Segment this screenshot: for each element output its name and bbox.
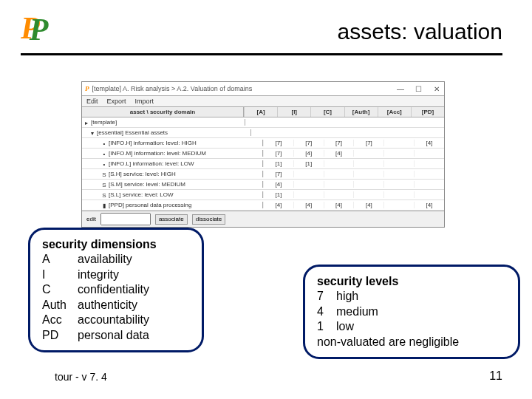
value-input[interactable] xyxy=(100,213,151,225)
cell xyxy=(414,160,444,167)
cell xyxy=(324,181,354,188)
dimensions-heading: security dimensions xyxy=(42,238,157,250)
row-label: [S.H] service: level: HIGH xyxy=(109,171,176,177)
row-label: [INFO.H] information: level: HIGH xyxy=(109,140,197,146)
levels-heading: security levels xyxy=(317,275,398,287)
tree-header: asset \ security domain xyxy=(82,107,244,117)
cell xyxy=(383,191,414,198)
edit-label: edit xyxy=(86,216,96,222)
cell xyxy=(414,191,444,198)
column-header-row: asset \ security domain [A] [I] [C] [Aut… xyxy=(82,107,444,117)
title-rule xyxy=(21,53,502,55)
cell xyxy=(383,160,414,167)
level-key: 1 xyxy=(317,319,333,334)
menu-export[interactable]: Export xyxy=(107,98,126,105)
dimensions-box: security dimensions AavailabilityIintegr… xyxy=(28,228,204,352)
dim-val: integrity xyxy=(78,267,190,282)
col-i: [I] xyxy=(277,107,310,117)
cell: [7] xyxy=(353,140,383,146)
branch-icon: ▾ xyxy=(89,130,95,136)
leaf-icon: • xyxy=(101,151,107,157)
close-icon[interactable]: ✕ xyxy=(432,85,441,93)
level-val: medium xyxy=(336,304,506,319)
cell xyxy=(353,150,383,157)
cell xyxy=(383,150,414,157)
dim-key: A xyxy=(42,252,75,267)
cell xyxy=(383,202,414,208)
row-label: [INFO.L] information: level: LOW xyxy=(109,160,194,167)
minimize-icon[interactable]: — xyxy=(396,85,405,93)
cell xyxy=(293,171,324,177)
cell xyxy=(324,191,354,198)
table-row[interactable]: •[INFO.L] information: level: LOW[1][1] xyxy=(82,159,444,169)
S-icon: S xyxy=(101,182,107,188)
footer-left: tour - v 7. 4 xyxy=(55,371,107,383)
cell: [4] xyxy=(293,150,324,157)
dim-key: C xyxy=(42,282,75,297)
leaf-icon: • xyxy=(101,140,107,146)
cell: [4] xyxy=(414,202,444,208)
row-label: [S.L] service: level: LOW xyxy=(109,191,174,198)
associate-button[interactable]: associate xyxy=(155,214,188,225)
page-number: 11 xyxy=(489,369,502,383)
dim-key: PD xyxy=(42,328,75,343)
table-row[interactable]: ▸[template] xyxy=(82,117,444,128)
dim-val: availability xyxy=(78,252,190,267)
cell: [7] xyxy=(263,171,293,177)
level-key: 7 xyxy=(317,289,333,304)
cell xyxy=(293,181,324,188)
table-row[interactable]: ▮[PPD] personal data processing[4][4][4]… xyxy=(82,200,444,211)
cell: [4] xyxy=(293,202,324,208)
cell: [4] xyxy=(324,150,354,157)
cell: [7] xyxy=(324,140,354,146)
cell xyxy=(383,140,414,146)
level-val: low xyxy=(336,319,506,334)
col-auth: [Auth] xyxy=(344,107,378,117)
table-row[interactable]: S[S.H] service: level: HIGH[7] xyxy=(82,169,444,180)
S-icon: S xyxy=(101,171,107,177)
window-title: [template] A. Risk analysis > A.2. Valua… xyxy=(92,85,389,92)
cell xyxy=(353,160,383,167)
menu-edit[interactable]: Edit xyxy=(86,98,98,105)
table-row[interactable]: •[INFO.H] information: level: HIGH[7][7]… xyxy=(82,138,444,149)
cell: [4] xyxy=(353,202,383,208)
dim-val: accountability xyxy=(78,313,190,327)
table-row[interactable]: ▾[essential] Essential assets xyxy=(82,128,444,138)
cell: [4] xyxy=(263,202,293,208)
S-icon: S xyxy=(101,192,107,198)
cell xyxy=(414,150,444,157)
cell xyxy=(383,171,414,177)
table-row[interactable]: S[S.M] service: level: MEDIUM[4] xyxy=(82,180,444,190)
cell: [4] xyxy=(324,202,354,208)
cell: [4] xyxy=(263,181,293,188)
level-key: 4 xyxy=(317,304,333,319)
cell xyxy=(414,181,444,188)
app-icon: P xyxy=(85,85,89,92)
col-a: [A] xyxy=(244,107,277,117)
slide-title: assets: valuation xyxy=(338,19,502,44)
leaf-icon: • xyxy=(101,161,107,167)
logo: PP xyxy=(21,10,58,46)
dim-key: I xyxy=(42,267,75,282)
cell xyxy=(293,191,324,198)
cell: [1] xyxy=(293,160,324,167)
bottom-toolbar: edit associate dissociate xyxy=(82,211,444,227)
row-label: [template] xyxy=(91,119,117,126)
row-label: [PPD] personal data processing xyxy=(109,202,192,208)
cell xyxy=(353,191,383,198)
cell xyxy=(324,171,354,177)
dim-key: Auth xyxy=(42,298,75,313)
cell xyxy=(414,171,444,177)
menu-import[interactable]: Import xyxy=(135,98,154,105)
titlebar: P [template] A. Risk analysis > A.2. Val… xyxy=(82,82,444,96)
dim-val: authenticity xyxy=(78,298,190,313)
row-label: [essential] Essential assets xyxy=(97,129,168,136)
maximize-icon[interactable]: ☐ xyxy=(414,85,423,93)
cell xyxy=(324,160,354,167)
dim-val: personal data xyxy=(78,328,190,343)
dissociate-button[interactable]: dissociate xyxy=(192,214,226,225)
table-row[interactable]: S[S.L] service: level: LOW[1] xyxy=(82,190,444,200)
col-c: [C] xyxy=(310,107,344,117)
table-row[interactable]: •[INFO.M] information: level: MEDIUM[7][… xyxy=(82,149,444,159)
row-label: [S.M] service: level: MEDIUM xyxy=(109,181,185,188)
